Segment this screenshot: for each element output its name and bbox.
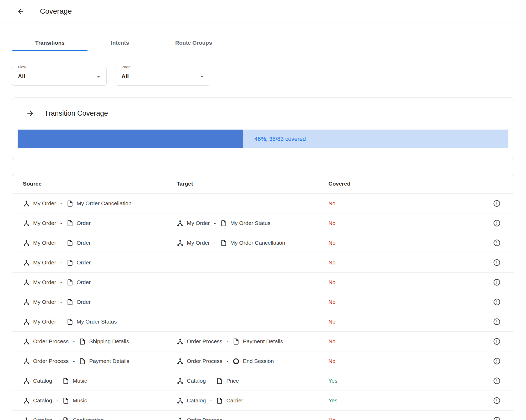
covered-value: No — [328, 338, 336, 345]
covered-value: No — [328, 299, 336, 305]
target-endpoint: Catalog-Price — [177, 377, 239, 385]
info-cell — [491, 239, 503, 247]
flow-name: Catalog — [187, 378, 206, 384]
table-row[interactable]: My Order-OrderMy Order-My Order Cancella… — [12, 233, 514, 253]
info-icon[interactable] — [493, 416, 501, 420]
dropdown-arrow-icon — [94, 72, 103, 81]
back-button[interactable] — [16, 7, 25, 16]
coverage-progress-label: 46%, 38/83 covered — [254, 136, 306, 142]
separator: - — [60, 200, 62, 207]
source-endpoint: Order Process-Shipping Details — [23, 338, 129, 345]
info-icon[interactable] — [493, 337, 501, 345]
table-row[interactable]: My Order-OrderNo — [12, 273, 514, 292]
separator: - — [73, 358, 75, 364]
source-endpoint: My Order-Order — [23, 299, 91, 306]
page-icon — [66, 259, 74, 266]
filter-bar: Flow All Page All — [12, 67, 526, 86]
table-row[interactable]: My Order-My Order StatusNo — [12, 312, 514, 332]
info-cell — [491, 416, 503, 420]
covered-value: No — [328, 279, 336, 285]
app-bar: Coverage — [0, 0, 526, 23]
separator: - — [60, 279, 62, 285]
covered-cell: No — [328, 240, 491, 246]
source-cell: Order Process-Shipping Details — [23, 338, 177, 345]
end-session-icon — [233, 358, 240, 365]
table-row[interactable]: Order Process-Shipping DetailsOrder Proc… — [12, 332, 514, 351]
tab-intents[interactable]: Intents — [88, 34, 152, 51]
info-cell — [491, 318, 503, 326]
page-icon — [66, 299, 74, 306]
covered-cell: No — [328, 319, 491, 325]
covered-cell: No — [328, 220, 491, 226]
flow-name: Order Process — [187, 417, 222, 420]
page-name: End Session — [243, 358, 274, 364]
info-icon[interactable] — [493, 298, 501, 306]
page-name: Order — [77, 279, 91, 285]
table-row[interactable]: My Order-OrderNo — [12, 253, 514, 273]
tab-bar: Transitions Intents Route Groups — [12, 34, 526, 51]
target-endpoint: Order Process-Payment Details — [177, 338, 283, 345]
table-row[interactable]: My Order-OrderNo — [12, 292, 514, 312]
table-row[interactable]: Catalog-MusicCatalog-PriceYes — [12, 371, 514, 391]
info-icon[interactable] — [493, 239, 501, 247]
target-endpoint: Order Process — [177, 417, 222, 420]
page-name: Payment Details — [89, 358, 129, 364]
flow-name: Catalog — [33, 417, 52, 420]
covered-cell: No — [328, 417, 491, 420]
flow-name: My Order — [33, 220, 56, 226]
source-cell: Catalog-Music — [23, 377, 177, 385]
target-cell: Order Process-Payment Details — [177, 338, 328, 345]
table-row[interactable]: Order Process-Payment DetailsOrder Proce… — [12, 351, 514, 371]
info-icon[interactable] — [493, 219, 501, 227]
flow-name: Order Process — [33, 338, 69, 345]
table-row[interactable]: My Order-OrderMy Order-My Order StatusNo — [12, 213, 514, 233]
table-row[interactable]: Catalog-ConfirmationOrder ProcessNo — [12, 411, 514, 420]
flow-icon — [177, 220, 184, 227]
page-icon — [66, 318, 74, 325]
covered-value: No — [328, 200, 336, 207]
page-select-value: All — [116, 67, 210, 85]
tab-transitions[interactable]: Transitions — [12, 34, 88, 51]
column-header-target: Target — [177, 181, 328, 187]
flow-icon — [23, 318, 30, 325]
info-icon[interactable] — [493, 199, 501, 207]
covered-cell: No — [328, 299, 491, 305]
info-icon[interactable] — [493, 377, 501, 385]
flow-icon — [23, 220, 30, 227]
tab-label: Intents — [111, 40, 129, 46]
page-icon — [62, 377, 69, 385]
source-endpoint: My Order-Order — [23, 259, 91, 266]
separator: - — [60, 220, 62, 226]
transition-coverage-card: Transition Coverage 46%, 38/83 covered — [12, 97, 514, 160]
table-row[interactable]: Catalog-MusicCatalog-CarrierYes — [12, 391, 514, 411]
source-endpoint: My Order-Order — [23, 239, 91, 247]
flow-select[interactable]: Flow All — [12, 67, 107, 86]
tab-route-groups[interactable]: Route Groups — [152, 34, 235, 51]
info-icon[interactable] — [493, 357, 501, 365]
page-icon — [220, 220, 227, 227]
covered-cell: No — [328, 338, 491, 345]
info-icon[interactable] — [493, 397, 501, 404]
info-cell — [491, 219, 503, 227]
info-icon[interactable] — [493, 278, 501, 286]
table-row[interactable]: My Order-My Order CancellationNo — [12, 194, 514, 213]
target-endpoint: My Order-My Order Cancellation — [177, 239, 285, 247]
info-cell — [491, 357, 503, 365]
separator: - — [226, 338, 228, 345]
page-icon — [79, 338, 86, 345]
separator: - — [60, 259, 62, 266]
source-endpoint: My Order-My Order Status — [23, 318, 117, 325]
source-cell: My Order-My Order Cancellation — [23, 200, 177, 207]
separator: - — [60, 319, 62, 325]
page-select[interactable]: Page All — [116, 67, 210, 86]
covered-value: No — [328, 319, 336, 325]
flow-name: My Order — [187, 220, 210, 226]
info-icon[interactable] — [493, 318, 501, 326]
flow-icon — [177, 417, 184, 420]
separator: - — [56, 378, 58, 384]
tab-label: Route Groups — [175, 40, 212, 46]
covered-value: No — [328, 259, 336, 266]
info-icon[interactable] — [493, 259, 501, 267]
dropdown-arrow-icon — [198, 72, 206, 81]
coverage-progress-fill — [18, 130, 243, 148]
